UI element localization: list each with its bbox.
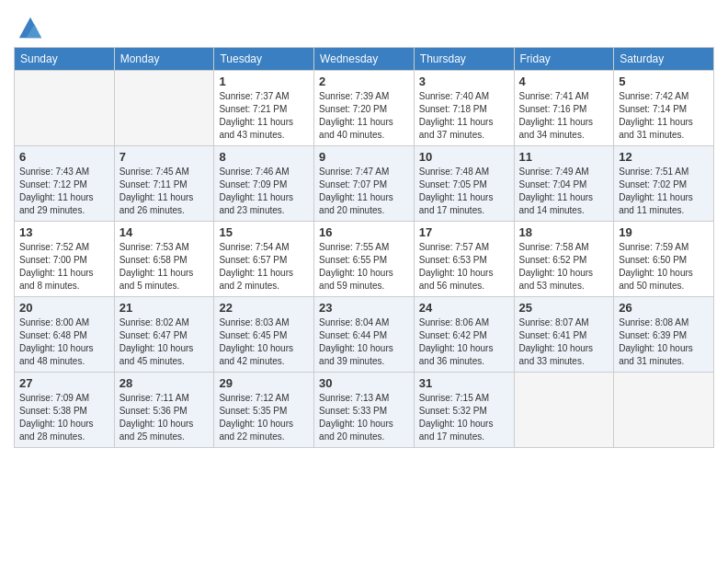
day-number: 29: [219, 376, 309, 390]
day-info: Sunrise: 7:59 AM Sunset: 6:50 PM Dayligh…: [619, 241, 709, 293]
day-info: Sunrise: 7:11 AM Sunset: 5:36 PM Dayligh…: [119, 392, 210, 443]
day-info: Sunrise: 7:57 AM Sunset: 6:53 PM Dayligh…: [419, 241, 509, 293]
day-number: 3: [419, 75, 509, 88]
calendar-cell: 18Sunrise: 7:58 AM Sunset: 6:52 PM Dayli…: [514, 222, 614, 297]
day-info: Sunrise: 7:40 AM Sunset: 7:18 PM Dayligh…: [419, 90, 509, 142]
day-number: 19: [619, 225, 709, 239]
day-info: Sunrise: 7:15 AM Sunset: 5:32 PM Dayligh…: [419, 392, 509, 443]
calendar-cell: 15Sunrise: 7:54 AM Sunset: 6:57 PM Dayli…: [214, 222, 314, 297]
day-number: 23: [319, 301, 409, 315]
calendar-cell: 30Sunrise: 7:13 AM Sunset: 5:33 PM Dayli…: [314, 373, 415, 448]
col-header-monday: Monday: [114, 48, 214, 71]
day-number: 22: [219, 301, 309, 315]
day-info: Sunrise: 7:47 AM Sunset: 7:07 PM Dayligh…: [319, 166, 409, 217]
day-number: 31: [419, 376, 509, 390]
calendar-cell: [114, 71, 214, 146]
day-number: 21: [119, 301, 210, 315]
day-info: Sunrise: 7:13 AM Sunset: 5:33 PM Dayligh…: [319, 392, 409, 443]
calendar-cell: 7Sunrise: 7:45 AM Sunset: 7:11 PM Daylig…: [114, 146, 214, 222]
col-header-friday: Friday: [514, 48, 614, 71]
day-number: 4: [519, 75, 609, 88]
day-number: 9: [319, 150, 409, 164]
day-info: Sunrise: 8:00 AM Sunset: 6:48 PM Dayligh…: [19, 316, 109, 368]
day-number: 15: [219, 225, 309, 239]
day-number: 18: [519, 225, 609, 239]
day-info: Sunrise: 7:45 AM Sunset: 7:11 PM Dayligh…: [119, 166, 210, 217]
calendar-cell: 6Sunrise: 7:43 AM Sunset: 7:12 PM Daylig…: [15, 146, 115, 222]
day-info: Sunrise: 7:42 AM Sunset: 7:14 PM Dayligh…: [619, 90, 709, 142]
calendar-cell: [15, 71, 115, 146]
day-info: Sunrise: 8:02 AM Sunset: 6:47 PM Dayligh…: [119, 316, 210, 368]
day-number: 27: [19, 376, 109, 390]
logo: [14, 14, 43, 40]
col-header-wednesday: Wednesday: [314, 48, 415, 71]
day-info: Sunrise: 7:46 AM Sunset: 7:09 PM Dayligh…: [219, 166, 309, 217]
calendar-cell: 31Sunrise: 7:15 AM Sunset: 5:32 PM Dayli…: [414, 373, 514, 448]
calendar-cell: 4Sunrise: 7:41 AM Sunset: 7:16 PM Daylig…: [514, 71, 614, 146]
day-number: 20: [19, 301, 109, 315]
calendar-cell: 9Sunrise: 7:47 AM Sunset: 7:07 PM Daylig…: [314, 146, 415, 222]
calendar-cell: 29Sunrise: 7:12 AM Sunset: 5:35 PM Dayli…: [214, 373, 314, 448]
day-number: 17: [419, 225, 509, 239]
day-number: 25: [519, 301, 609, 315]
day-number: 30: [319, 376, 409, 390]
calendar-body: 1Sunrise: 7:37 AM Sunset: 7:21 PM Daylig…: [15, 71, 714, 448]
col-header-sunday: Sunday: [15, 48, 115, 71]
header-row: SundayMondayTuesdayWednesdayThursdayFrid…: [15, 48, 714, 71]
calendar-cell: 25Sunrise: 8:07 AM Sunset: 6:41 PM Dayli…: [514, 297, 614, 373]
day-info: Sunrise: 7:09 AM Sunset: 5:38 PM Dayligh…: [19, 392, 109, 443]
day-info: Sunrise: 7:54 AM Sunset: 6:57 PM Dayligh…: [219, 241, 309, 293]
calendar-cell: 22Sunrise: 8:03 AM Sunset: 6:45 PM Dayli…: [214, 297, 314, 373]
calendar-cell: 11Sunrise: 7:49 AM Sunset: 7:04 PM Dayli…: [514, 146, 614, 222]
calendar-cell: 28Sunrise: 7:11 AM Sunset: 5:36 PM Dayli…: [114, 373, 214, 448]
calendar-cell: 17Sunrise: 7:57 AM Sunset: 6:53 PM Dayli…: [414, 222, 514, 297]
week-row-4: 20Sunrise: 8:00 AM Sunset: 6:48 PM Dayli…: [15, 297, 714, 373]
calendar-header: SundayMondayTuesdayWednesdayThursdayFrid…: [15, 48, 714, 71]
calendar-cell: 16Sunrise: 7:55 AM Sunset: 6:55 PM Dayli…: [314, 222, 415, 297]
logo-icon: [17, 14, 43, 40]
day-number: 13: [19, 225, 109, 239]
day-info: Sunrise: 7:51 AM Sunset: 7:02 PM Dayligh…: [619, 166, 709, 217]
day-info: Sunrise: 7:39 AM Sunset: 7:20 PM Dayligh…: [319, 90, 409, 142]
header: [14, 9, 714, 40]
calendar-cell: 20Sunrise: 8:00 AM Sunset: 6:48 PM Dayli…: [15, 297, 115, 373]
day-number: 26: [619, 301, 709, 315]
calendar-cell: 27Sunrise: 7:09 AM Sunset: 5:38 PM Dayli…: [15, 373, 115, 448]
calendar-cell: 23Sunrise: 8:04 AM Sunset: 6:44 PM Dayli…: [314, 297, 415, 373]
calendar-cell: 10Sunrise: 7:48 AM Sunset: 7:05 PM Dayli…: [414, 146, 514, 222]
day-number: 12: [619, 150, 709, 164]
day-number: 14: [119, 225, 210, 239]
day-info: Sunrise: 8:06 AM Sunset: 6:42 PM Dayligh…: [419, 316, 509, 368]
day-info: Sunrise: 8:08 AM Sunset: 6:39 PM Dayligh…: [619, 316, 709, 368]
day-info: Sunrise: 7:55 AM Sunset: 6:55 PM Dayligh…: [319, 241, 409, 293]
day-info: Sunrise: 8:03 AM Sunset: 6:45 PM Dayligh…: [219, 316, 309, 368]
day-number: 7: [119, 150, 210, 164]
calendar-cell: 8Sunrise: 7:46 AM Sunset: 7:09 PM Daylig…: [214, 146, 314, 222]
calendar-cell: [514, 373, 614, 448]
day-info: Sunrise: 7:43 AM Sunset: 7:12 PM Dayligh…: [19, 166, 109, 217]
day-info: Sunrise: 7:58 AM Sunset: 6:52 PM Dayligh…: [519, 241, 609, 293]
day-info: Sunrise: 7:37 AM Sunset: 7:21 PM Dayligh…: [219, 90, 309, 142]
day-number: 11: [519, 150, 609, 164]
col-header-saturday: Saturday: [614, 48, 714, 71]
week-row-3: 13Sunrise: 7:52 AM Sunset: 7:00 PM Dayli…: [15, 222, 714, 297]
calendar: SundayMondayTuesdayWednesdayThursdayFrid…: [14, 47, 714, 448]
day-number: 16: [319, 225, 409, 239]
calendar-cell: 3Sunrise: 7:40 AM Sunset: 7:18 PM Daylig…: [414, 71, 514, 146]
day-number: 10: [419, 150, 509, 164]
day-info: Sunrise: 8:04 AM Sunset: 6:44 PM Dayligh…: [319, 316, 409, 368]
calendar-cell: 26Sunrise: 8:08 AM Sunset: 6:39 PM Dayli…: [614, 297, 714, 373]
calendar-cell: [614, 373, 714, 448]
day-number: 6: [19, 150, 109, 164]
day-info: Sunrise: 7:41 AM Sunset: 7:16 PM Dayligh…: [519, 90, 609, 142]
calendar-cell: 13Sunrise: 7:52 AM Sunset: 7:00 PM Dayli…: [15, 222, 115, 297]
week-row-5: 27Sunrise: 7:09 AM Sunset: 5:38 PM Dayli…: [15, 373, 714, 448]
day-number: 1: [219, 75, 309, 88]
col-header-thursday: Thursday: [414, 48, 514, 71]
calendar-cell: 24Sunrise: 8:06 AM Sunset: 6:42 PM Dayli…: [414, 297, 514, 373]
calendar-cell: 1Sunrise: 7:37 AM Sunset: 7:21 PM Daylig…: [214, 71, 314, 146]
calendar-cell: 14Sunrise: 7:53 AM Sunset: 6:58 PM Dayli…: [114, 222, 214, 297]
day-info: Sunrise: 7:12 AM Sunset: 5:35 PM Dayligh…: [219, 392, 309, 443]
col-header-tuesday: Tuesday: [214, 48, 314, 71]
day-info: Sunrise: 7:49 AM Sunset: 7:04 PM Dayligh…: [519, 166, 609, 217]
